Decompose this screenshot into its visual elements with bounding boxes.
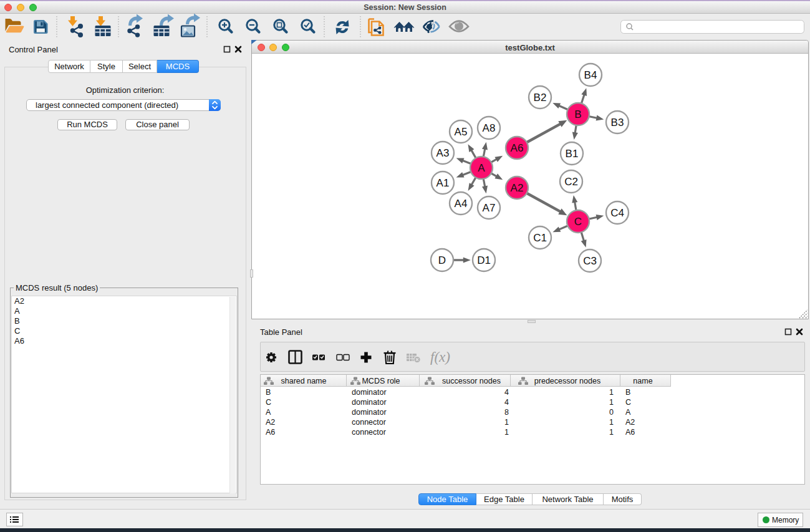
svg-text:A4: A4: [455, 198, 468, 210]
svg-text:C1: C1: [533, 232, 547, 244]
svg-text:B1: B1: [566, 148, 579, 160]
svg-text:predecessor nodes: predecessor nodes: [534, 377, 600, 385]
svg-text:A2: A2: [511, 182, 524, 194]
svg-text:B: B: [574, 109, 581, 120]
svg-text:C: C: [574, 216, 582, 228]
svg-text:successor nodes: successor nodes: [442, 377, 501, 385]
svg-text:A8: A8: [483, 122, 496, 134]
svg-text:MCDS role: MCDS role: [362, 377, 400, 385]
svg-text:B2: B2: [534, 92, 547, 104]
svg-text:C4: C4: [610, 207, 624, 219]
svg-text:A7: A7: [483, 202, 496, 214]
svg-text:A5: A5: [455, 126, 468, 138]
svg-text:B3: B3: [611, 117, 624, 128]
svg-text:C3: C3: [583, 255, 597, 267]
svg-text:D: D: [438, 254, 446, 266]
svg-text:shared name: shared name: [281, 377, 327, 385]
svg-text:B4: B4: [584, 69, 597, 81]
svg-text:C2: C2: [564, 176, 578, 188]
svg-text:A6: A6: [511, 142, 524, 154]
svg-text:A: A: [478, 162, 485, 174]
svg-text:A3: A3: [436, 147, 450, 159]
svg-text:A1: A1: [436, 177, 450, 189]
svg-text:f(x): f(x): [430, 349, 450, 365]
svg-text:name: name: [633, 377, 652, 385]
svg-text:D1: D1: [477, 254, 491, 266]
